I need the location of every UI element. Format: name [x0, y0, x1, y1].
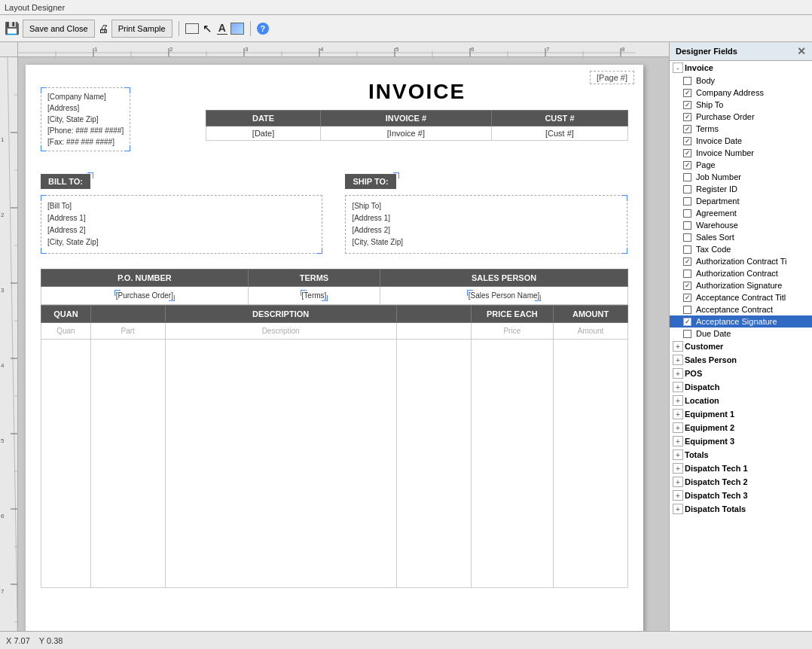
cursor-tool-icon[interactable]: ↖: [202, 23, 214, 35]
group-location[interactable]: + Location: [670, 394, 812, 407]
expand-dispatch-tech3[interactable]: +: [673, 490, 683, 501]
label-agreement: Agreement: [696, 209, 737, 218]
expand-dispatch-tech1[interactable]: +: [673, 463, 683, 474]
group-pos[interactable]: + POS: [670, 367, 812, 380]
expand-sales-person[interactable]: +: [673, 355, 683, 365]
item-auth-signature[interactable]: Authorization Signature: [670, 279, 812, 291]
text-tool-icon[interactable]: A: [217, 22, 227, 35]
item-accept-contract[interactable]: Acceptance Contract: [670, 303, 812, 315]
group-sales-person[interactable]: + Sales Person: [670, 353, 812, 367]
expand-totals[interactable]: +: [673, 449, 683, 460]
cb-body[interactable]: [683, 77, 691, 85]
cb-department[interactable]: [683, 197, 691, 206]
group-dispatch-tech2[interactable]: + Dispatch Tech 2: [670, 475, 812, 489]
equipment2-group-label: Equipment 2: [685, 423, 734, 432]
group-dispatch[interactable]: + Dispatch: [670, 380, 812, 394]
cb-purchase-order[interactable]: [683, 113, 691, 121]
item-ship-to[interactable]: Ship To: [670, 99, 812, 111]
item-tax-code[interactable]: Tax Code: [670, 243, 812, 255]
expand-invoice[interactable]: -: [673, 62, 683, 73]
corner-bl-billto: [41, 248, 47, 254]
item-invoice-date[interactable]: Invoice Date: [670, 135, 812, 147]
group-equipment2[interactable]: + Equipment 2: [670, 421, 812, 434]
item-auth-contract[interactable]: Authorization Contract: [670, 267, 812, 279]
cb-accept-signature[interactable]: [683, 318, 691, 326]
rectangle-tool-icon[interactable]: [185, 23, 199, 34]
designer-fields-panel: Designer Fields ✕ - Invoice Body: [669, 42, 812, 631]
save-close-button[interactable]: Save and Close: [23, 20, 95, 38]
item-purchase-order[interactable]: Purchase Order: [670, 111, 812, 123]
item-register-id[interactable]: Register ID: [670, 183, 812, 195]
cb-auth-contract[interactable]: [683, 270, 691, 278]
cb-job-number[interactable]: [683, 173, 691, 181]
expand-equipment2[interactable]: +: [673, 422, 683, 433]
corner-br-billto: [316, 248, 322, 254]
label-register-id: Register ID: [696, 184, 737, 193]
svg-text:2: 2: [1, 212, 5, 218]
help-icon[interactable]: ?: [257, 23, 269, 35]
group-dispatch-totals[interactable]: + Dispatch Totals: [670, 502, 812, 516]
expand-dispatch-totals[interactable]: +: [673, 504, 683, 514]
cb-auth-contract-title[interactable]: [683, 257, 691, 266]
label-accept-signature: Acceptance Signature: [696, 317, 777, 326]
cb-warehouse[interactable]: [683, 221, 691, 230]
item-warehouse[interactable]: Warehouse: [670, 219, 812, 231]
corner-bl: [41, 145, 47, 151]
item-accept-signature[interactable]: Acceptance Signature: [670, 315, 812, 328]
cb-invoice-date[interactable]: [683, 137, 691, 145]
canvas-area[interactable]: 1 2 3 4 5 6 7 8: [0, 42, 669, 631]
item-due-date[interactable]: Due Date: [670, 328, 812, 340]
label-auth-contract: Authorization Contract: [696, 269, 778, 278]
col-date: DATE: [206, 111, 321, 126]
item-page[interactable]: Page: [670, 159, 812, 171]
group-totals[interactable]: + Totals: [670, 448, 812, 462]
col-sales: SALES PERSON: [380, 270, 628, 287]
cb-invoice-number[interactable]: [683, 149, 691, 157]
item-sales-sort[interactable]: Sales Sort: [670, 231, 812, 243]
cb-accept-contract[interactable]: [683, 306, 691, 314]
cb-page[interactable]: [683, 161, 691, 169]
item-accept-contract-title[interactable]: Acceptance Contract Titl: [670, 291, 812, 303]
group-customer[interactable]: + Customer: [670, 340, 812, 353]
cb-terms[interactable]: [683, 125, 691, 133]
item-invoice-number[interactable]: Invoice Number: [670, 147, 812, 159]
panel-body[interactable]: - Invoice Body Company Address: [670, 61, 812, 631]
cb-accept-contract-title[interactable]: [683, 294, 691, 302]
dispatch-tech1-group-label: Dispatch Tech 1: [685, 464, 748, 473]
expand-equipment3[interactable]: +: [673, 436, 683, 446]
item-company-address[interactable]: Company Address: [670, 87, 812, 99]
expand-dispatch[interactable]: +: [673, 382, 683, 392]
item-agreement[interactable]: Agreement: [670, 207, 812, 219]
item-department[interactable]: Department: [670, 195, 812, 207]
item-terms[interactable]: Terms: [670, 123, 812, 135]
cb-tax-code[interactable]: [683, 245, 691, 254]
invoice-page: [Page #] [Company Name] [Address] [City: [26, 65, 643, 631]
col-price-each: PRICE EACH: [471, 306, 554, 323]
expand-dispatch-tech2[interactable]: +: [673, 477, 683, 487]
cb-register-id[interactable]: [683, 185, 691, 193]
panel-close-button[interactable]: ✕: [797, 45, 806, 57]
location-group-label: Location: [685, 396, 719, 405]
cb-due-date[interactable]: [683, 330, 691, 338]
item-job-number[interactable]: Job Number: [670, 171, 812, 183]
expand-equipment1[interactable]: +: [673, 409, 683, 419]
group-dispatch-tech3[interactable]: + Dispatch Tech 3: [670, 489, 812, 502]
item-auth-contract-title[interactable]: Authorization Contract Ti: [670, 255, 812, 267]
expand-pos[interactable]: +: [673, 368, 683, 379]
label-invoice-number: Invoice Number: [696, 148, 754, 157]
expand-customer[interactable]: +: [673, 341, 683, 352]
save-icon: 💾: [5, 21, 20, 35]
cb-company-address[interactable]: [683, 89, 691, 97]
group-dispatch-tech1[interactable]: + Dispatch Tech 1: [670, 462, 812, 475]
group-equipment1[interactable]: + Equipment 1: [670, 407, 812, 421]
group-invoice[interactable]: - Invoice: [670, 61, 812, 75]
group-equipment3[interactable]: + Equipment 3: [670, 434, 812, 448]
cb-agreement[interactable]: [683, 209, 691, 218]
cb-ship-to[interactable]: [683, 101, 691, 109]
expand-location[interactable]: +: [673, 395, 683, 406]
cb-auth-signature[interactable]: [683, 282, 691, 290]
image-tool-icon[interactable]: [230, 23, 244, 35]
item-body[interactable]: Body: [670, 75, 812, 87]
print-sample-button[interactable]: Print Sample: [111, 20, 172, 38]
cb-sales-sort[interactable]: [683, 233, 691, 242]
